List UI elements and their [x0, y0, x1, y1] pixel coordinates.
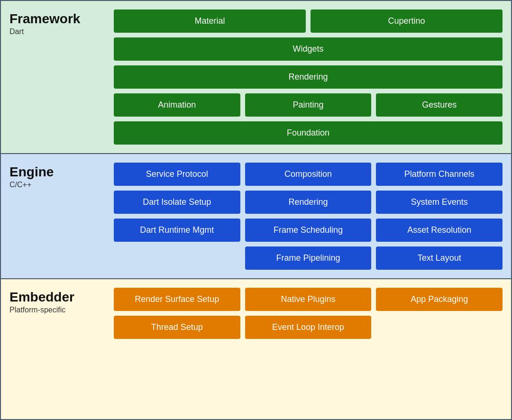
framework-row-3: Rendering	[114, 65, 503, 89]
embedder-title: Embedder	[9, 290, 114, 305]
embedder-empty-slot	[376, 316, 503, 339]
framework-section: Framework Dart Material Cupertino Widget…	[0, 0, 512, 154]
engine-label: Engine C/C++	[9, 163, 114, 270]
embedder-row-2: Thread Setup Event Loop Interop	[114, 316, 503, 339]
framework-subtitle: Dart	[9, 27, 114, 36]
engine-section: Engine C/C++ Service Protocol Compositio…	[0, 154, 512, 279]
animation-btn: Animation	[114, 93, 240, 117]
foundation-btn: Foundation	[114, 121, 503, 145]
app-packaging-btn: App Packaging	[376, 288, 503, 311]
embedder-row-1: Render Surface Setup Native Plugins App …	[114, 288, 503, 311]
widgets-btn: Widgets	[114, 37, 503, 61]
engine-row-4: Frame Pipelining Text Layout	[114, 247, 503, 270]
dart-runtime-mgmt-btn: Dart Runtime Mgmt	[114, 219, 240, 242]
platform-channels-btn: Platform Channels	[376, 163, 503, 186]
event-loop-interop-btn: Event Loop Interop	[245, 316, 372, 339]
composition-btn: Composition	[245, 163, 372, 186]
engine-title: Engine	[9, 164, 114, 180]
material-btn: Material	[114, 9, 306, 33]
engine-content: Service Protocol Composition Platform Ch…	[114, 163, 503, 270]
gestures-btn: Gestures	[376, 93, 503, 117]
render-surface-setup-btn: Render Surface Setup	[114, 288, 240, 311]
engine-subtitle: C/C++	[9, 181, 114, 189]
embedder-content: Render Surface Setup Native Plugins App …	[114, 288, 503, 411]
asset-resolution-btn: Asset Resolution	[376, 219, 503, 242]
framework-title: Framework	[9, 11, 114, 27]
engine-row-2: Dart Isolate Setup Rendering System Even…	[114, 191, 503, 214]
embedder-subtitle: Platform-specific	[9, 306, 114, 314]
embedder-section: Embedder Platform-specific Render Surfac…	[0, 279, 512, 420]
frame-scheduling-btn: Frame Scheduling	[245, 219, 372, 242]
thread-setup-btn: Thread Setup	[114, 316, 240, 339]
frame-pipelining-btn: Frame Pipelining	[245, 247, 372, 270]
dart-isolate-setup-btn: Dart Isolate Setup	[114, 191, 240, 214]
service-protocol-btn: Service Protocol	[114, 163, 240, 186]
rendering-eng-btn: Rendering	[245, 191, 372, 214]
framework-row-1: Material Cupertino	[114, 9, 503, 33]
cupertino-btn: Cupertino	[311, 9, 503, 33]
painting-btn: Painting	[245, 93, 372, 117]
embedder-label: Embedder Platform-specific	[9, 288, 114, 411]
framework-row-5: Foundation	[114, 121, 503, 145]
system-events-btn: System Events	[376, 191, 503, 214]
engine-empty-slot	[114, 247, 240, 270]
framework-label: Framework Dart	[9, 9, 114, 145]
framework-row-4: Animation Painting Gestures	[114, 93, 503, 117]
framework-row-2: Widgets	[114, 37, 503, 61]
text-layout-btn: Text Layout	[376, 247, 503, 270]
framework-content: Material Cupertino Widgets Rendering Ani…	[114, 9, 503, 145]
diagram-container: Framework Dart Material Cupertino Widget…	[0, 0, 512, 420]
rendering-fw-btn: Rendering	[114, 65, 503, 89]
engine-row-1: Service Protocol Composition Platform Ch…	[114, 163, 503, 186]
native-plugins-btn: Native Plugins	[245, 288, 372, 311]
engine-row-3: Dart Runtime Mgmt Frame Scheduling Asset…	[114, 219, 503, 242]
